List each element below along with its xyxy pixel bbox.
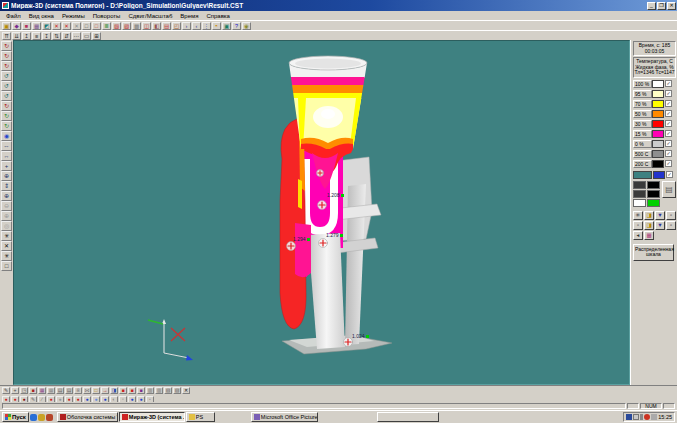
time-toolbar-button[interactable]: ⇅ [52,32,61,40]
swatch-b[interactable] [647,199,660,207]
task-button[interactable]: Microsoft Office Picture ... [251,412,318,422]
view-toolbar-button[interactable]: □ [1,261,12,271]
view-toolbar-button[interactable]: ⇔ [1,141,12,151]
view-toolbar-button[interactable]: ↻ [1,51,12,61]
view-toolbar-button[interactable]: ✳ [1,251,12,261]
toolbar-button[interactable]: ▤ [162,22,171,30]
toolbar-button[interactable]: □ [82,22,91,30]
view-toolbar-button[interactable]: ⊕ [1,191,12,201]
quick-launch-icon[interactable] [38,414,45,421]
menu-item[interactable]: Режимы [58,13,89,19]
menu-item[interactable]: Повороты [89,13,125,19]
time-toolbar-button[interactable]: ⇈ [2,32,11,40]
legend-checkbox[interactable]: ✓ [665,150,672,157]
bottom-toolbar-button[interactable]: ⋈ [83,387,91,394]
task-button-active[interactable]: Мираж-3D (система ... [119,412,185,422]
panel-tool-button[interactable]: ◂ [633,231,643,240]
toolbar-button[interactable]: ■ [22,22,31,30]
legend-swatch[interactable] [652,110,664,118]
toolbar-button[interactable]: ◆ [12,22,21,30]
toolbar-button[interactable]: □ [92,22,101,30]
menu-item[interactable]: Сдвиг/Масштаб [124,13,176,19]
legend-checkbox[interactable]: ✓ [665,130,672,137]
view-toolbar-button[interactable]: ⊕ [1,211,12,221]
toolbar-button[interactable]: ? [232,22,241,30]
bottom-toolbar-button[interactable]: + [11,387,19,394]
panel-tool-button[interactable]: ▫ [666,221,676,230]
print-button[interactable]: ▤ [662,181,676,198]
keyboard-layout-icon[interactable] [651,414,657,420]
bottom-toolbar-button[interactable]: ■ [128,387,136,394]
bottom-toolbar-button[interactable]: ※ [74,387,82,394]
time-toolbar-button[interactable]: ↥ [22,32,31,40]
task-button[interactable] [377,412,439,422]
tray-icon[interactable] [640,414,643,420]
view-toolbar-button[interactable]: ⊖ [1,201,12,211]
panel-tool-button[interactable]: ◨ [644,221,654,230]
bottom-toolbar-button[interactable]: ▥ [155,387,163,394]
bottom-toolbar-button[interactable]: ✎ [2,387,10,394]
toolbar-button[interactable]: ✕ [52,22,61,30]
view-toolbar-button[interactable]: + [1,161,12,171]
minimize-button[interactable]: _ [647,2,656,10]
menu-item[interactable]: Время [176,13,202,19]
accent-color-swatch[interactable] [653,171,665,179]
bottom-toolbar-button[interactable]: → [101,387,109,394]
time-toolbar-button[interactable]: ⇵ [62,32,71,40]
menu-item[interactable]: Файл [2,13,25,19]
view-toolbar-button[interactable]: ↻ [1,41,12,51]
time-toolbar-button[interactable]: ⋯ [72,32,81,40]
legend-swatch[interactable] [652,130,664,138]
view-toolbar-button[interactable]: ↺ [1,71,12,81]
bottom-toolbar-button[interactable]: ▨ [173,387,181,394]
swatch-a[interactable] [633,199,646,207]
toolbar-button[interactable]: ▣ [222,22,231,30]
legend-checkbox[interactable]: ✓ [665,90,672,97]
bottom-toolbar-button[interactable]: ✕ [182,387,190,394]
toolbar-button[interactable]: ◓ [212,22,221,30]
bottom-toolbar-button[interactable]: ▧ [164,387,172,394]
menu-item[interactable]: Вид окна [25,13,58,19]
legend-checkbox[interactable]: ✓ [665,100,672,107]
bottom-toolbar-button[interactable]: ◳ [20,387,28,394]
bottom-toolbar-button[interactable]: □ [92,387,100,394]
toolbar-button[interactable]: ‹ [192,22,201,30]
view-toolbar-button[interactable]: ↺ [1,81,12,91]
toolbar-button[interactable]: ✕ [72,22,81,30]
legend-swatch[interactable] [652,150,664,158]
legend-checkbox[interactable]: ✓ [665,140,672,147]
toolbar-button[interactable]: ▦ [32,22,41,30]
3d-viewport[interactable]: 1.208 1.279 1.294 1.024 [13,40,630,385]
task-button[interactable]: Оболочка системы 'По... [57,412,118,422]
close-button[interactable]: ✕ [667,2,676,10]
legend-swatch[interactable] [652,160,664,168]
legend-swatch[interactable] [652,80,664,88]
background-checkbox[interactable]: ✓ [666,171,673,178]
background-color-swatch[interactable] [633,171,652,179]
swatch-b[interactable] [647,181,660,189]
swatch-a[interactable] [633,190,646,198]
toolbar-button[interactable]: ◫ [142,22,151,30]
view-toolbar-button[interactable]: ⊕ [1,171,12,181]
bottom-toolbar-button[interactable]: ▤ [56,387,64,394]
bottom-toolbar-button[interactable]: ◨ [110,387,118,394]
toolbar-button[interactable]: ✕ [62,22,71,30]
time-toolbar-button[interactable]: ▭ [82,32,91,40]
view-toolbar-button[interactable]: ◎ [1,221,12,231]
panel-tool-button[interactable]: ▼ [655,221,665,230]
bottom-toolbar-button[interactable]: ▦ [38,387,46,394]
toolbar-button[interactable]: ▩ [132,22,141,30]
internet-explorer-icon[interactable] [30,414,37,421]
bottom-toolbar-button[interactable]: ▦ [47,387,55,394]
legend-swatch[interactable] [652,100,664,108]
panel-tool-button[interactable]: ▦ [644,231,654,240]
panel-tool-button[interactable]: ✳ [633,211,643,220]
tray-icon[interactable] [633,414,639,420]
tray-icon[interactable] [644,414,650,420]
bottom-toolbar-button[interactable]: ▥ [146,387,154,394]
quick-launch-icon[interactable] [46,414,53,421]
distributed-scale-button[interactable]: Распределенная шкала [633,244,674,261]
maximize-button[interactable]: ❐ [657,2,666,10]
view-toolbar-button[interactable]: ↻ [1,111,12,121]
legend-swatch[interactable] [652,120,664,128]
